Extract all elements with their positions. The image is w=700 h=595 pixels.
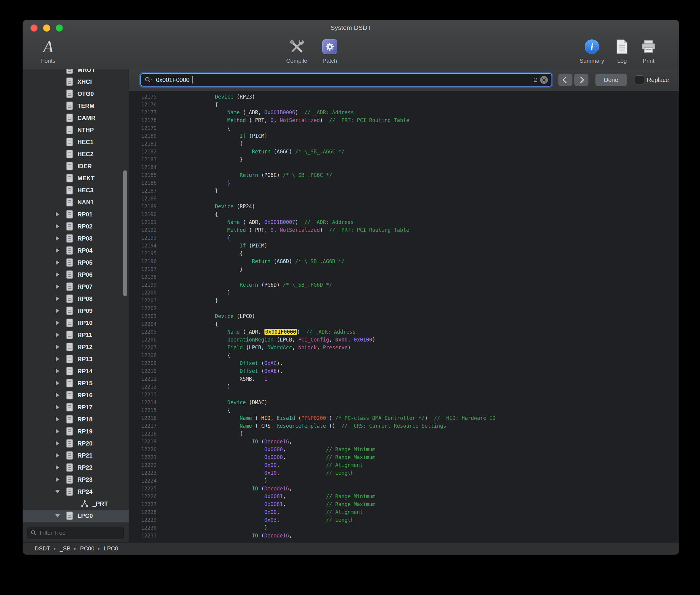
tree-item-rp23[interactable]: RP23 [23,474,129,486]
filter-tree-input[interactable] [39,529,120,537]
disclosure-triangle[interactable] [52,308,64,313]
disclosure-triangle[interactable] [52,453,64,458]
code-line[interactable]: Method (_PRT, 0, NotSerialized) // _PRT:… [166,226,409,234]
tree-item-rp19[interactable]: RP19 [23,425,129,437]
code-line[interactable]: { [166,430,243,438]
code-editor[interactable]: 12175 Device (RP23)12176 {12177 Name (_A… [129,91,679,542]
disclosure-triangle[interactable] [52,236,64,241]
clear-search-button[interactable] [540,76,548,84]
tree-item-otg0[interactable]: OTG0 [23,88,129,100]
tree-item-lpc0[interactable]: LPC0 [23,510,129,522]
code-line[interactable]: IO (Decode16, [166,532,292,540]
tree-item-rp12[interactable]: RP12 [23,341,129,353]
tree-item-rp01[interactable]: RP01 [23,208,129,220]
code-line[interactable]: 0x00, // Alignment [166,461,363,469]
code-line[interactable]: Method (_PRT, 0, NotSerialized) // _PRT:… [166,116,409,124]
code-line[interactable]: Name (_HID, EisaId ("PNP0200") /* PC-cla… [166,414,495,422]
code-line[interactable]: Name (_CRS, ResourceTemplate () // _CRS:… [166,422,446,430]
compile-button[interactable]: Compile [280,37,313,64]
tree-item-rp13[interactable]: RP13 [23,353,129,365]
code-line[interactable]: Return (AG6D) /* \_SB_.AG6D */ [166,257,344,265]
tree-item-rp08[interactable]: RP08 [23,293,129,305]
code-line[interactable]: { [166,101,218,109]
code-line[interactable]: Name (_ADR, 0x001F0000) // _ADR: Address [166,328,356,336]
tree-item-rp21[interactable]: RP21 [23,449,129,461]
tree-item-rp22[interactable]: RP22 [23,461,129,474]
code-line[interactable]: Device (LPC0) [166,312,255,320]
code-line[interactable]: ) [166,524,268,532]
code-line[interactable]: 0x00, // Alignment [166,508,363,516]
tree-item-rp07[interactable]: RP07 [23,281,129,293]
disclosure-triangle[interactable] [52,490,64,493]
disclosure-triangle[interactable] [52,248,64,253]
tree-item-hec2[interactable]: HEC2 [23,148,129,160]
code-line[interactable]: 0x10, // Length [166,469,354,477]
tree-item-hec1[interactable]: HEC1 [23,136,129,148]
tree-item-rp24[interactable]: RP24 [23,486,129,498]
disclosure-triangle[interactable] [52,514,64,517]
code-line[interactable]: Device (DMAC) [166,398,268,406]
disclosure-triangle[interactable] [52,429,64,434]
log-button[interactable]: Log [610,37,634,64]
disclosure-triangle[interactable] [52,393,64,398]
tree-item-hec3[interactable]: HEC3 [23,184,129,196]
tree-item-rp20[interactable]: RP20 [23,437,129,449]
code-line[interactable]: 0x0081, // Range Maximum [166,500,375,508]
tree-item-rp14[interactable]: RP14 [23,365,129,377]
search-input[interactable]: 0x001F0000 2 [140,73,552,86]
code-line[interactable]: Name (_ADR, 0x001B0007) // _ADR: Address [166,218,354,226]
code-line[interactable]: { [166,320,218,328]
disclosure-triangle[interactable] [52,405,64,409]
tree-item-rp15[interactable]: RP15 [23,377,129,389]
tree-item-rp05[interactable]: RP05 [23,256,129,268]
tree-item-rp16[interactable]: RP16 [23,389,129,401]
code-line[interactable]: IO (Decode16, [166,485,292,492]
code-line[interactable]: } [166,179,231,187]
minimize-button[interactable] [43,24,50,32]
code-line[interactable]: Return (PG6D) /* \_SB_.PG6D */ [166,281,332,289]
code-line[interactable]: } [166,187,218,195]
disclosure-triangle[interactable] [52,320,64,325]
disclosure-triangle[interactable] [52,212,64,217]
tree-item-ider[interactable]: IDER [23,160,129,172]
disclosure-triangle[interactable] [52,465,64,470]
breadcrumb-item-_sb[interactable]: _SB [60,545,70,552]
code-line[interactable]: XSMB, 1 [166,375,268,383]
tree-item-rp11[interactable]: RP11 [23,329,129,341]
breadcrumb-item-dsdt[interactable]: DSDT [35,545,50,552]
fonts-button[interactable]: A Fonts [35,37,62,64]
code-line[interactable]: Device (RP23) [166,93,255,101]
zoom-button[interactable] [56,24,63,32]
replace-checkbox[interactable] [635,75,644,84]
disclosure-triangle[interactable] [52,224,64,229]
tree-item-rp18[interactable]: RP18 [23,413,129,425]
disclosure-triangle[interactable] [52,344,64,349]
tree-item-rp04[interactable]: RP04 [23,245,129,256]
disclosure-triangle[interactable] [52,260,64,265]
tree-item-rp17[interactable]: RP17 [23,401,129,413]
print-button[interactable]: Print [636,37,662,64]
code-line[interactable]: 0x0000, // Range Minimum [166,446,375,453]
code-line[interactable]: } [166,383,231,391]
tree-item-xhci[interactable]: XHCI [23,76,129,88]
code-line[interactable]: IO (Decode16, [166,438,292,446]
code-line[interactable]: { [166,351,231,359]
code-line[interactable]: Device (RP24) [166,203,255,210]
tree-item-nthp[interactable]: NTHP [23,124,129,136]
disclosure-triangle[interactable] [52,417,64,422]
code-line[interactable]: Return (AG6C) /* \_SB_.AG6C */ [166,148,344,155]
tree-item-term[interactable]: TERM [23,100,129,112]
code-line[interactable]: 0x03, // Length [166,516,354,524]
summary-button[interactable]: i Summary [577,37,607,64]
disclosure-triangle[interactable] [52,477,64,482]
code-line[interactable]: { [166,250,243,257]
code-line[interactable]: { [166,210,218,218]
code-line[interactable]: Field (LPCB, DWordAcc, NoLock, Preserve) [166,344,351,351]
tree-item-camr[interactable]: CAMR [23,112,129,124]
tree-item-mrot[interactable]: MROT [23,69,129,76]
code-line[interactable]: ) [166,477,268,485]
code-line[interactable]: OperationRegion (LPCB, PCI_Config, 0x00,… [166,336,375,344]
tree-item-mekt[interactable]: MEKT [23,172,129,184]
find-previous-button[interactable] [558,74,573,86]
disclosure-triangle[interactable] [52,284,64,289]
